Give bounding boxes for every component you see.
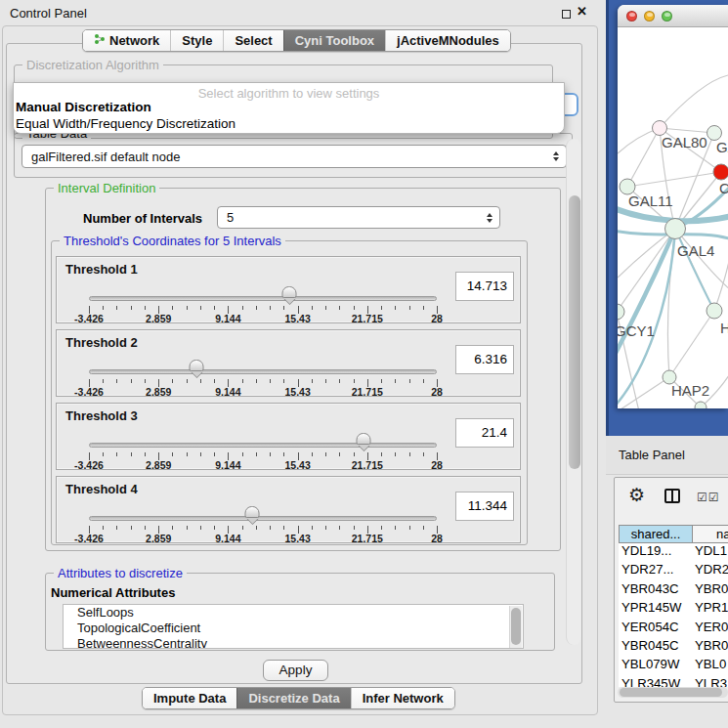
node-label: H [720, 320, 728, 336]
tick-label: 15.43 [284, 533, 310, 544]
tick-mark [325, 306, 326, 310]
tick-mark [339, 306, 340, 310]
tick-mark [381, 526, 382, 530]
list-item[interactable]: BetweennessCentrality [64, 636, 523, 649]
top-tab-cyni-toolbox[interactable]: Cyni Toolbox [283, 30, 385, 51]
network-window-titlebar[interactable] [618, 5, 728, 27]
thresholds-group-label: Threshold's Coordinates for 5 Intervals [60, 234, 285, 248]
slider-thumb-1[interactable] [282, 286, 297, 298]
table-row[interactable]: YDR27...YDR2 [619, 562, 728, 580]
bottom-tab-infer-network[interactable]: Infer Network [351, 688, 454, 708]
tick-label: 28 [431, 533, 443, 544]
tick-mark [116, 306, 117, 310]
tick-mark [103, 452, 104, 456]
network-edge[interactable] [660, 75, 728, 128]
table-data-combobox[interactable]: galFiltered.sif default node [21, 145, 567, 168]
algorithm-dropdown-popup: Select algorithm to view settings Manual… [13, 82, 565, 134]
table-row[interactable]: YDL19...YDL1 [619, 543, 728, 562]
apply-button[interactable]: Apply [263, 660, 328, 681]
num-intervals-combobox[interactable]: 5 [217, 206, 500, 229]
minimize-traffic-light-icon[interactable] [644, 11, 655, 21]
table-row[interactable]: YBR043CYBR0 [619, 581, 728, 600]
threshold-value-field-3[interactable]: 21.4 [455, 418, 514, 448]
cell-shared-name: YPR145W [621, 600, 682, 615]
node-label: GAL11 [628, 193, 673, 209]
network-edge[interactable] [675, 229, 714, 311]
bottom-tab-impute-data[interactable]: Impute Data [143, 688, 236, 708]
tick-mark [214, 306, 215, 310]
tick-label: 2.859 [146, 459, 171, 471]
float-window-icon[interactable] [562, 10, 571, 19]
threshold-label: Threshold 4 [65, 482, 138, 496]
network-icon [94, 33, 106, 48]
gear-icon[interactable]: ⚙ [628, 484, 645, 506]
tick-mark [103, 526, 104, 530]
combo-arrows-icon [553, 151, 559, 161]
close-traffic-light-icon[interactable] [626, 11, 637, 21]
tick-mark [381, 379, 382, 383]
network-edge[interactable] [660, 128, 714, 133]
threshold-value-field-1[interactable]: 14.713 [455, 272, 514, 301]
network-node-h[interactable] [707, 303, 722, 319]
network-edge[interactable] [627, 128, 660, 187]
network-node[interactable] [695, 402, 707, 408]
tick-mark [312, 452, 313, 456]
table-row[interactable]: YBL079WYBL0 [619, 657, 728, 675]
table-row[interactable]: YPR145WYPR1 [619, 600, 728, 619]
list-item[interactable]: SelfLoops [64, 605, 523, 621]
tick-mark [423, 526, 424, 530]
top-tab-label: jActiveMNodules [397, 33, 499, 48]
table-row[interactable]: YLR345WYLR3 [619, 676, 728, 687]
slider-track-3[interactable] [89, 443, 437, 448]
content-vertical-scrollbar[interactable] [566, 139, 581, 645]
slider-thumb-3[interactable] [357, 433, 371, 445]
top-segmented-control: NetworkStyleSelectCyni ToolboxjActiveMNo… [82, 29, 511, 52]
tick-mark [214, 379, 215, 383]
network-edge[interactable] [618, 229, 675, 312]
network-edge[interactable] [669, 311, 714, 377]
close-icon[interactable]: ✕ [577, 4, 587, 19]
network-canvas[interactable]: GAL80GACGAL11GAL4GCY1HHAP2 [618, 28, 728, 408]
top-tab-jactivemnodules[interactable]: jActiveMNodules [385, 30, 510, 51]
slider-thumb-2[interactable] [190, 360, 204, 371]
dropdown-option-equal-width[interactable]: Equal Width/Frequency Discretization [16, 116, 236, 131]
columns-icon[interactable] [664, 489, 680, 503]
table-row[interactable]: YBR045CYBR0 [619, 638, 728, 657]
slider-track-1[interactable] [89, 296, 437, 301]
dropdown-option-manual[interactable]: Manual Discretization [16, 100, 151, 114]
attributes-list-scrollbar[interactable] [509, 606, 522, 649]
threshold-value-field-2[interactable]: 6.316 [455, 345, 514, 374]
top-tab-select[interactable]: Select [223, 30, 282, 51]
slider-thumb-4[interactable] [245, 506, 260, 518]
slider-track-4[interactable] [89, 516, 437, 521]
network-edge[interactable] [627, 172, 721, 187]
network-node-gal4[interactable] [665, 219, 686, 239]
bottom-segmented-control: Impute DataDiscretize DataInfer Network [142, 687, 455, 709]
cell-shared-name: YBR045C [621, 638, 679, 653]
combo-arrows-icon [487, 213, 492, 223]
discretization-algorithm-label: Discretization Algorithm [22, 58, 163, 72]
column-header-name[interactable]: na [692, 525, 728, 543]
cell-name: YDR2 [695, 562, 728, 577]
table-row[interactable]: YER054CYER0 [619, 620, 728, 638]
threshold-value-field-4[interactable]: 11.344 [455, 492, 514, 521]
bottom-tab-discretize-data[interactable]: Discretize Data [236, 688, 350, 708]
zoom-traffic-light-icon[interactable] [662, 11, 672, 21]
top-tab-label: Style [182, 33, 212, 48]
numerical-attributes-list[interactable]: SelfLoopsTopologicalCoefficientBetweenne… [63, 604, 524, 649]
tick-mark [200, 306, 201, 310]
list-item[interactable]: TopologicalCoefficient [64, 621, 523, 636]
table-data-value: galFiltered.sif default node [31, 150, 180, 164]
tick-label: 28 [431, 386, 443, 398]
network-node-c[interactable] [713, 164, 728, 180]
column-header-shared[interactable]: shared... [619, 525, 693, 543]
threshold-panel-1: Threshold 1-3.4262.8599.14415.4321.71528… [56, 256, 521, 323]
checkboxes-icon[interactable]: ☑☑ [697, 491, 720, 504]
table-horizontal-scrollbar[interactable] [618, 687, 728, 698]
top-tab-style[interactable]: Style [170, 30, 223, 51]
tick-mark [312, 526, 313, 530]
network-node-gcy1[interactable] [618, 304, 624, 320]
tick-mark [256, 306, 257, 310]
top-tab-network[interactable]: Network [83, 30, 170, 51]
slider-track-2[interactable] [89, 369, 437, 374]
